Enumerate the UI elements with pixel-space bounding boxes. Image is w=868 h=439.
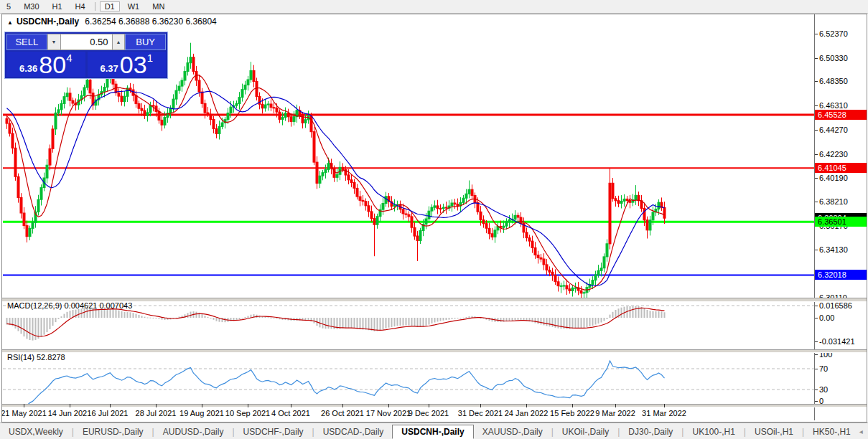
buy-price-pip: 1	[147, 52, 153, 63]
date-label: 31 Mar 2022	[642, 409, 686, 417]
date-tick	[664, 404, 665, 407]
date-tick	[291, 404, 291, 407]
chart-tab-uk100-h1[interactable]: UK100-,H1	[683, 425, 743, 438]
timeframe-button-H4[interactable]: H4	[70, 1, 90, 11]
ma-fast-line[interactable]	[7, 75, 665, 291]
price-tick-label: 6.46310	[819, 101, 848, 110]
price-tick	[815, 178, 818, 179]
price-tick-label: 6.50330	[819, 54, 848, 62]
timeframe-button-W1[interactable]: W1	[123, 1, 145, 11]
rsi-tick	[815, 354, 818, 355]
level-price-label: 6.32018	[815, 270, 867, 280]
price-tick	[815, 130, 818, 131]
rsi-line[interactable]	[7, 361, 665, 404]
date-tick	[526, 404, 527, 407]
volume-decrease-button[interactable]: ▼	[47, 34, 61, 50]
chart-tab-bar: USDX,Weekly|EURUSD-,Daily|AUDUSD-,Daily|…	[0, 423, 868, 439]
macd-signal-line[interactable]	[7, 308, 665, 336]
sell-price-pip: 4	[66, 52, 72, 63]
chart-tab-hk50-h1[interactable]: HK50-,H1	[804, 425, 859, 438]
volume-input[interactable]	[61, 34, 112, 50]
date-label: 6 Jul 2021	[92, 409, 129, 417]
panel-separator[interactable]	[2, 349, 867, 353]
rsi-value: 52.8278	[37, 353, 65, 362]
level-price-label: 6.45528	[815, 110, 867, 120]
rsi-tick	[815, 369, 818, 369]
symbol-timeframe-label: USDCNH-,Daily	[17, 16, 79, 27]
buy-quote[interactable]: 6.37031	[88, 52, 167, 77]
price-tick-label: 6.38210	[819, 197, 848, 206]
macd-histogram	[6, 306, 666, 341]
timeframe-button-M30[interactable]: M30	[19, 1, 44, 11]
tab-scroll-arrows: ◂▸	[859, 428, 868, 435]
date-label: 21 May 2021	[1, 409, 47, 417]
date-label: 24 Jan 2022	[505, 409, 549, 417]
buy-button[interactable]: BUY	[125, 34, 166, 50]
chart-tab-xauusd-daily[interactable]: XAUUSD-,Daily	[474, 425, 551, 438]
date-tick	[248, 404, 248, 407]
date-label: 17 Nov 2021	[366, 409, 411, 417]
macd-tick-label: 0.00	[819, 313, 834, 322]
price-tick	[815, 58, 818, 59]
date-tick	[110, 404, 111, 407]
collapse-arrow-icon[interactable]: ▲	[7, 19, 13, 26]
date-label: 28 Jul 2021	[136, 409, 177, 417]
rsi-panel	[3, 351, 814, 404]
date-tick	[572, 404, 573, 407]
date-label: 15 Feb 2022	[550, 409, 594, 417]
panel-separator[interactable]	[2, 404, 867, 407]
macd-tick	[815, 341, 818, 342]
date-tick	[24, 404, 24, 407]
price-tick	[815, 81, 818, 82]
date-tick	[202, 404, 202, 407]
timeframe-button-MN[interactable]: MN	[147, 1, 169, 11]
ohlc-values: 6.36254 6.36888 6.36230 6.36804	[85, 16, 217, 27]
rsi-label: RSI(14) 52.8278	[7, 353, 65, 362]
volume-increase-button[interactable]: ▲	[112, 34, 126, 50]
level-price-label: 6.36501	[815, 217, 867, 227]
chart-tab-usdchf-daily[interactable]: USDCHF-,Daily	[235, 425, 312, 438]
chart-tab-usoil-h1[interactable]: USOil-,H1	[746, 425, 802, 438]
rsi-name: RSI(14)	[7, 353, 34, 362]
date-label: 31 Dec 2021	[458, 409, 503, 417]
date-tick	[388, 404, 389, 407]
sell-quote[interactable]: 6.36804	[6, 52, 85, 77]
timeframe-button-5[interactable]: 5	[1, 1, 16, 11]
date-tick	[70, 404, 70, 407]
date-label: 9 Mar 2022	[595, 409, 635, 417]
price-tick	[815, 105, 818, 106]
price-tick	[815, 154, 818, 155]
rsi-tick	[815, 401, 818, 402]
chart-tab-usdx-weekly[interactable]: USDX,Weekly	[0, 425, 72, 438]
date-tick	[480, 404, 481, 407]
date-label: 9 Dec 2021	[409, 409, 449, 417]
price-tick-label: 6.52370	[819, 29, 848, 38]
chart-tab-usdcnh-daily[interactable]: USDCNH-,Daily	[392, 425, 473, 439]
chart-tab-eurusd-daily[interactable]: EURUSD-,Daily	[74, 425, 152, 438]
price-tick	[815, 34, 818, 34]
tab-scroll-left-icon[interactable]: ◂	[859, 428, 863, 435]
date-tick	[615, 404, 616, 407]
macd-tick-label: -0.031421	[819, 337, 855, 346]
date-tick	[429, 404, 429, 407]
rsi-tick	[815, 390, 818, 390]
price-tick	[815, 250, 818, 250]
sell-button[interactable]: SELL	[6, 34, 47, 50]
price-tick-label: 6.48350	[819, 77, 848, 85]
sell-price-prefix: 6.36	[19, 63, 37, 74]
toolbar-divider	[95, 2, 95, 11]
chart-tab-dj30-daily[interactable]: DJ30-,Daily	[620, 425, 681, 438]
chart-tab-audusd-daily[interactable]: AUDUSD-,Daily	[154, 425, 233, 438]
date-tick	[156, 404, 157, 407]
price-tick-label: 6.44270	[819, 126, 848, 134]
timeframe-button-D1[interactable]: D1	[100, 1, 120, 11]
chart-tab-usdcad-daily[interactable]: USDCAD-,Daily	[314, 425, 393, 438]
chart-tab-ukoil-daily[interactable]: UKOil-,Daily	[554, 425, 617, 438]
price-tick-label: 6.34130	[819, 245, 848, 254]
date-label: 14 Jun 2021	[48, 409, 92, 417]
chart-title: ▲USDCNH-,Daily6.36254 6.36888 6.36230 6.…	[7, 16, 217, 27]
date-label: 19 Aug 2021	[179, 409, 224, 417]
buy-price-main: 03	[120, 53, 147, 77]
ma-slow-line[interactable]	[7, 90, 665, 285]
timeframe-button-H1[interactable]: H1	[47, 1, 67, 11]
